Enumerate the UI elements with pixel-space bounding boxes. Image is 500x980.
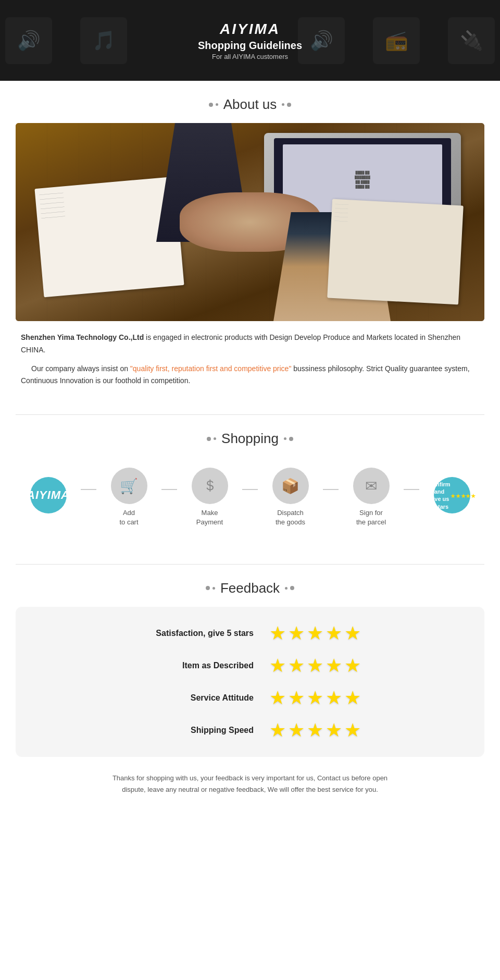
bg-icon-3: 🔊 [298,17,345,64]
dot-3 [282,103,284,106]
shopping-flow: AIYIMA 🛒 Addto cart ＄ MakePayment 📦 Disp… [16,457,484,537]
star-3-3: ★ [307,687,323,709]
feedback-label-4: Shipping Speed [139,726,254,735]
dot-7 [284,437,286,440]
about-section-header: About us [0,96,500,113]
about-paragraph-2: Our company always insist on "quality fi… [21,363,479,388]
star-2-1: ★ [269,655,286,677]
shopping-dots-left [207,437,216,441]
mini-star-3: ★ [461,493,466,499]
star-2-2: ★ [288,655,305,677]
shopping-section: AIYIMA 🛒 Addto cart ＄ MakePayment 📦 Disp… [0,457,500,537]
star-4-5: ★ [344,719,361,741]
connector-1 [81,489,96,490]
mini-star-1: ★ [451,493,455,499]
brand-name: AIYIMA [198,21,302,38]
flow-label-cart: Addto cart [119,508,138,527]
star-4-2: ★ [288,719,305,741]
dot-9 [206,586,210,590]
flow-step-cart: 🛒 Addto cart [96,468,161,527]
dot-11 [285,587,288,590]
feedback-label-2: Item as Described [139,661,254,670]
feedback-dots-right [285,586,294,590]
feedback-row-2: Item as Described ★ ★ ★ ★ ★ [36,655,464,677]
connector-3 [242,489,258,490]
header-content: AIYIMA Shopping Guidelines For all AIYIM… [198,21,302,60]
star-4-3: ★ [307,719,323,741]
shopping-section-header: Shopping [0,431,500,447]
mini-star-5: ★ [471,493,476,499]
shopping-title: Shopping [221,431,279,447]
feedback-section-header: Feedback [0,580,500,596]
flow-step-payment: ＄ MakePayment [177,468,242,527]
star-3-1: ★ [269,687,286,709]
confirm-text: Confirm andgive us 5 stars [428,481,450,510]
flow-label-dispatch: Dispatchthe goods [276,508,305,527]
shopping-dots-right [284,437,293,441]
flow-label-sign: Sign forthe parcel [356,508,386,527]
connector-4 [323,489,339,490]
sign-icon: ✉ [353,468,390,504]
feedback-label-1: Satisfaction, give 5 stars [139,629,254,638]
payment-icon: ＄ [192,468,228,504]
mini-stars-2: ★ ★ [466,493,476,499]
shopping-divider-top [16,414,484,415]
header-subtitle: For all AIYIMA customers [198,53,302,60]
feedback-dots-left [206,586,215,590]
star-1-2: ★ [288,622,305,644]
stars-row-2: ★ ★ ★ ★ ★ [269,655,361,677]
star-3-4: ★ [326,687,342,709]
bg-icon-1: 🔊 [5,17,52,64]
feedback-row-3: Service Attitude ★ ★ ★ ★ ★ [36,687,464,709]
feedback-divider-top [16,564,484,565]
star-1-4: ★ [326,622,342,644]
mini-stars: ★ ★ ★ [451,493,466,499]
stars-row-3: ★ ★ ★ ★ ★ [269,687,361,709]
star-4-4: ★ [326,719,342,741]
dot-2 [216,103,218,106]
stars-row-1: ★ ★ ★ ★ ★ [269,622,361,644]
about-dots-left [209,103,218,107]
star-1-1: ★ [269,622,286,644]
aiyima-icon: AIYIMA [30,477,67,513]
feedback-card: Satisfaction, give 5 stars ★ ★ ★ ★ ★ Ite… [16,607,484,757]
about-title: About us [223,96,277,113]
star-3-2: ★ [288,687,305,709]
flow-step-confirm: Confirm andgive us 5 stars ★ ★ ★ ★ ★ [419,477,484,518]
stars-row-4: ★ ★ ★ ★ ★ [269,719,361,741]
header: 🔊 🎵 🔊 📻 🔌 AIYIMA Shopping Guidelines For… [0,0,500,81]
feedback-title: Feedback [220,580,280,596]
feedback-row-4: Shipping Speed ★ ★ ★ ★ ★ [36,719,464,741]
about-paragraph-1: Shenzhen Yima Technology Co.,Ltd is enga… [21,332,479,357]
flow-step-dispatch: 📦 Dispatchthe goods [258,468,323,527]
bg-icon-5: 🔌 [448,17,495,64]
feedback-note: Thanks for shopping with us, your feedba… [16,767,484,811]
connector-2 [161,489,177,490]
flow-step-sign: ✉ Sign forthe parcel [339,468,404,527]
company-name: Shenzhen Yima Technology Co.,Ltd [21,333,144,341]
mini-star-2: ★ [456,493,460,499]
bg-icon-4: 📻 [373,17,420,64]
cart-icon: 🛒 [111,468,147,504]
dot-6 [214,437,216,440]
feedback-row-1: Satisfaction, give 5 stars ★ ★ ★ ★ ★ [36,622,464,644]
connector-5 [404,489,419,490]
dot-5 [207,437,211,441]
star-4-1: ★ [269,719,286,741]
star-3-5: ★ [344,687,361,709]
flow-label-payment: MakePayment [196,508,223,527]
about-highlight: "quality first, reputation first and com… [130,364,292,373]
header-title: Shopping Guidelines [198,40,302,52]
dot-4 [287,103,291,107]
feedback-section: Satisfaction, give 5 stars ★ ★ ★ ★ ★ Ite… [0,607,500,811]
feedback-label-3: Service Attitude [139,693,254,703]
about-dots-right [282,103,291,107]
confirm-icon: Confirm andgive us 5 stars ★ ★ ★ ★ ★ [434,477,470,513]
flow-step-brand: AIYIMA [16,477,81,518]
dot-10 [213,587,215,590]
star-1-5: ★ [344,622,361,644]
dispatch-icon: 📦 [272,468,309,504]
star-2-3: ★ [307,655,323,677]
dot-12 [290,586,294,590]
about-section: ────────────────────────────────────────… [0,123,500,387]
